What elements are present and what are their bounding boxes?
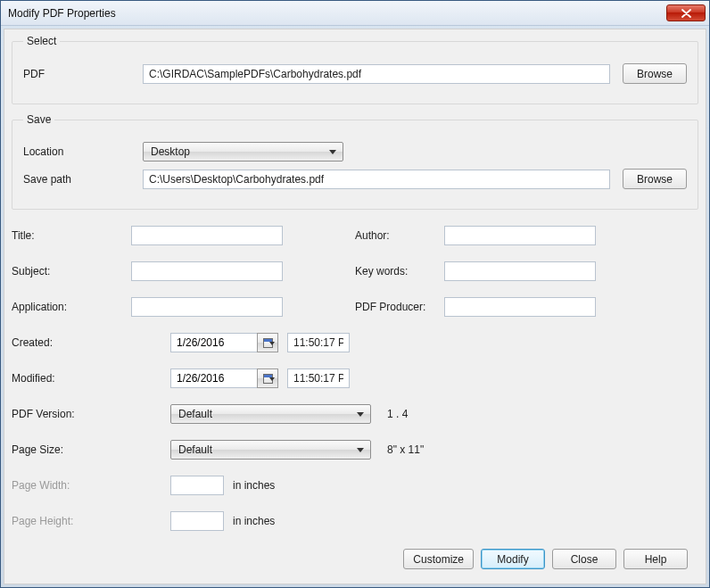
titlebar: Modify PDF Properties [1,1,709,26]
location-dropdown[interactable]: Desktop [143,142,343,161]
modified-time-input[interactable] [287,369,350,388]
pagewidth-input[interactable] [170,476,224,495]
footer-buttons: Customize Modify Close Help [403,549,688,569]
pdfversion-value: Default [178,408,212,420]
pdf-label: PDF [23,68,143,80]
pageheight-label: Page Height: [12,515,170,527]
pagewidth-label: Page Width: [12,479,170,492]
pdfversion-display: 1 . 4 [387,408,408,420]
select-legend: Select [23,35,60,47]
close-icon[interactable] [666,4,706,21]
created-date-field[interactable]: 1/26/2016 [170,333,258,352]
subject-label: Subject: [12,265,131,277]
close-button[interactable]: Close [552,549,616,569]
pdf-path-input[interactable] [143,64,610,84]
pagewidth-unit: in inches [233,479,275,492]
modified-label: Modified: [12,372,170,385]
modify-button[interactable]: Modify [481,549,545,569]
pageheight-input[interactable] [170,511,224,531]
application-label: Application: [12,301,131,313]
savepath-label: Save path [23,173,143,186]
dialog-window: Modify PDF Properties Select PDF Browse … [0,0,710,588]
created-label: Created: [12,336,170,349]
window-title: Modify PDF Properties [8,7,666,20]
modified-date-field[interactable]: 1/26/2016 [170,369,258,388]
location-label: Location [23,145,143,158]
save-legend: Save [23,113,54,126]
created-time-input[interactable] [287,333,350,352]
title-input[interactable] [131,226,283,245]
dialog-content: Select PDF Browse Save Location Desktop … [4,29,706,584]
pagesize-label: Page Size: [12,443,170,456]
pagesize-display: 8" x 11" [387,443,424,456]
pagesize-value: Default [178,443,212,456]
created-date-picker-icon[interactable] [257,333,278,352]
producer-label: PDF Producer: [355,301,444,313]
keywords-input[interactable] [444,261,596,281]
location-value: Desktop [151,145,190,158]
application-input[interactable] [131,297,283,317]
title-label: Title: [12,229,131,242]
savepath-input[interactable] [143,170,610,189]
select-group: Select PDF Browse [12,35,698,104]
author-input[interactable] [444,226,596,245]
browse-savepath-button[interactable]: Browse [623,169,687,189]
pagesize-dropdown[interactable]: Default [170,440,371,460]
save-group: Save Location Desktop Save path Browse [12,113,698,210]
modified-date-picker-icon[interactable] [257,369,278,388]
subject-input[interactable] [131,261,283,281]
keywords-label: Key words: [355,265,444,277]
author-label: Author: [355,229,444,242]
pdfversion-dropdown[interactable]: Default [170,404,371,424]
producer-input[interactable] [444,297,596,317]
help-button[interactable]: Help [623,549,688,569]
metadata-block: Title: Author: Subject: Key words: [12,226,698,531]
pdfversion-label: PDF Version: [12,408,170,420]
browse-pdf-button[interactable]: Browse [623,63,687,84]
customize-button[interactable]: Customize [403,549,474,569]
pageheight-unit: in inches [233,515,275,527]
